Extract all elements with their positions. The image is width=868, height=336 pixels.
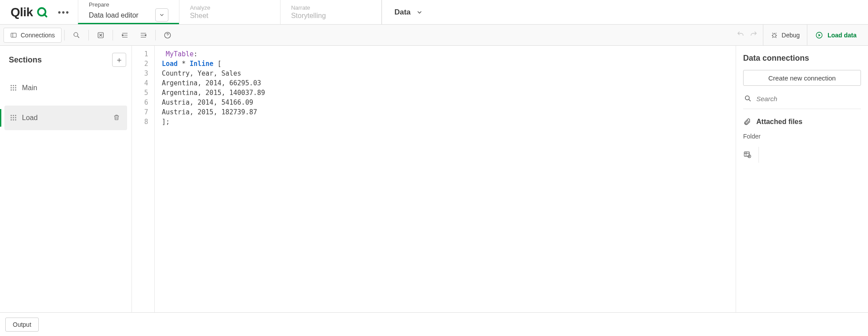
nav-tab-small: Prepare <box>89 1 168 8</box>
more-icon: ••• <box>58 7 69 18</box>
nav-tab-analyze[interactable]: Analyze Sheet <box>179 0 280 24</box>
folder-label: Folder <box>743 133 861 140</box>
load-data-button[interactable]: Load data <box>807 25 864 46</box>
redo-icon <box>750 30 758 38</box>
add-section-button[interactable]: ＋ <box>112 53 126 67</box>
output-button[interactable]: Output <box>5 318 39 332</box>
sections-sidebar: Sections ＋ Main Load <box>0 46 132 312</box>
select-data-button[interactable] <box>743 147 759 163</box>
help-button[interactable] <box>158 25 177 46</box>
section-item-main[interactable]: Main <box>4 76 127 100</box>
svg-point-3 <box>74 33 78 37</box>
create-connection-label: Create new connection <box>768 74 835 82</box>
debug-label: Debug <box>782 32 800 39</box>
data-menu[interactable]: Data <box>382 0 435 24</box>
nav-tab-prepare[interactable]: Prepare Data load editor <box>78 0 179 24</box>
plus-icon: ＋ <box>115 55 123 65</box>
bottom-bar: Output <box>0 312 868 336</box>
undo-icon <box>737 30 744 38</box>
table-select-icon <box>743 150 752 159</box>
drag-handle-icon[interactable] <box>11 85 17 91</box>
prepare-dropdown-button[interactable] <box>155 8 168 22</box>
undo-button[interactable] <box>737 30 744 40</box>
data-menu-label: Data <box>394 8 411 17</box>
attached-files-header[interactable]: Attached files <box>743 116 861 126</box>
nav-tab-narrate[interactable]: Narrate Storytelling <box>280 0 381 24</box>
connections-button[interactable]: Connections <box>4 28 62 43</box>
paperclip-icon <box>743 118 751 126</box>
panel-icon <box>10 32 17 39</box>
help-icon <box>164 31 171 39</box>
search-button[interactable] <box>67 25 86 46</box>
outdent-icon <box>139 31 147 39</box>
comment-icon <box>97 31 105 39</box>
play-icon <box>815 31 823 39</box>
redo-button[interactable] <box>750 30 758 40</box>
code-content[interactable]: MyTable: Load * Inline [ Country, Year, … <box>155 46 736 312</box>
connections-label: Connections <box>21 32 55 39</box>
search-icon <box>744 95 752 102</box>
indent-button[interactable] <box>116 25 134 46</box>
delete-section-button[interactable] <box>113 114 120 122</box>
code-editor[interactable]: 12345678 MyTable: Load * Inline [ Countr… <box>132 46 736 312</box>
top-nav: Qlik ••• Prepare Data load editor Analyz… <box>0 0 868 25</box>
more-menu-button[interactable]: ••• <box>56 0 72 25</box>
search-icon <box>73 31 80 39</box>
brand-name: Qlik <box>11 5 33 19</box>
nav-tab-big: Storytelling <box>291 12 371 20</box>
trash-icon <box>113 114 120 121</box>
comment-button[interactable] <box>91 25 110 46</box>
brand-logo[interactable]: Qlik <box>0 0 56 24</box>
svg-rect-1 <box>11 33 16 37</box>
nav-tab-small: Narrate <box>291 4 371 11</box>
qlik-logo-icon <box>36 7 48 18</box>
chevron-down-icon <box>416 9 423 16</box>
bug-icon <box>770 31 778 39</box>
svg-rect-9 <box>744 152 750 156</box>
main-area: Sections ＋ Main Load 12345678 My <box>0 46 868 312</box>
attached-files-label: Attached files <box>756 118 802 126</box>
nav-tab-big: Data load editor <box>89 11 139 19</box>
section-name: Main <box>22 84 37 92</box>
indent-icon <box>121 31 129 39</box>
connection-search[interactable] <box>743 93 861 109</box>
svg-point-8 <box>745 96 749 100</box>
sections-title: Sections <box>9 55 42 65</box>
line-gutter: 12345678 <box>132 46 155 312</box>
section-name: Load <box>22 114 38 122</box>
data-connections-title: Data connections <box>743 54 861 63</box>
chevron-down-icon <box>159 12 165 18</box>
load-data-label: Load data <box>828 32 857 39</box>
toolbar: Connections <box>0 25 868 46</box>
drag-handle-icon[interactable] <box>11 115 17 121</box>
connection-search-input[interactable] <box>756 95 860 102</box>
svg-point-6 <box>773 34 776 37</box>
section-item-load[interactable]: Load <box>4 106 127 130</box>
outdent-button[interactable] <box>134 25 153 46</box>
nav-tab-big: Sheet <box>190 12 270 20</box>
create-connection-button[interactable]: Create new connection <box>743 70 861 86</box>
data-connections-panel: Data connections Create new connection A… <box>736 46 868 312</box>
debug-button[interactable]: Debug <box>763 25 807 46</box>
nav-tab-small: Analyze <box>190 4 270 11</box>
output-label: Output <box>13 321 31 328</box>
